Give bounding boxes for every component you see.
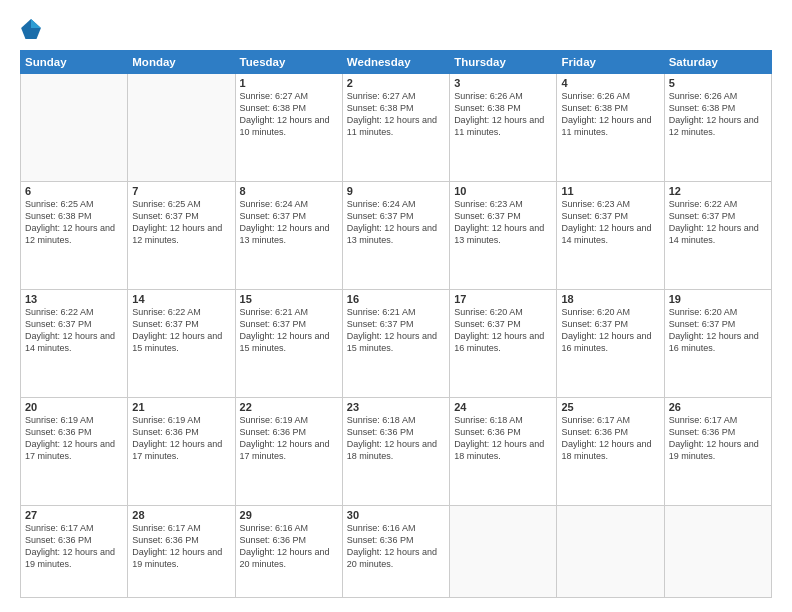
day-info: Sunrise: 6:18 AM Sunset: 6:36 PM Dayligh… xyxy=(454,414,552,463)
day-info: Sunrise: 6:20 AM Sunset: 6:37 PM Dayligh… xyxy=(561,306,659,355)
day-number: 9 xyxy=(347,185,445,197)
day-info: Sunrise: 6:18 AM Sunset: 6:36 PM Dayligh… xyxy=(347,414,445,463)
calendar-week-5: 27Sunrise: 6:17 AM Sunset: 6:36 PM Dayli… xyxy=(21,505,772,597)
calendar-cell: 15Sunrise: 6:21 AM Sunset: 6:37 PM Dayli… xyxy=(235,289,342,397)
day-info: Sunrise: 6:19 AM Sunset: 6:36 PM Dayligh… xyxy=(240,414,338,463)
calendar-week-4: 20Sunrise: 6:19 AM Sunset: 6:36 PM Dayli… xyxy=(21,397,772,505)
day-info: Sunrise: 6:25 AM Sunset: 6:38 PM Dayligh… xyxy=(25,198,123,247)
weekday-thursday: Thursday xyxy=(450,51,557,74)
header xyxy=(20,18,772,40)
calendar-cell: 12Sunrise: 6:22 AM Sunset: 6:37 PM Dayli… xyxy=(664,181,771,289)
logo-icon xyxy=(20,18,42,40)
day-info: Sunrise: 6:21 AM Sunset: 6:37 PM Dayligh… xyxy=(240,306,338,355)
day-info: Sunrise: 6:25 AM Sunset: 6:37 PM Dayligh… xyxy=(132,198,230,247)
calendar-cell: 16Sunrise: 6:21 AM Sunset: 6:37 PM Dayli… xyxy=(342,289,449,397)
day-number: 5 xyxy=(669,77,767,89)
calendar-cell: 4Sunrise: 6:26 AM Sunset: 6:38 PM Daylig… xyxy=(557,74,664,182)
calendar-cell: 21Sunrise: 6:19 AM Sunset: 6:36 PM Dayli… xyxy=(128,397,235,505)
day-info: Sunrise: 6:24 AM Sunset: 6:37 PM Dayligh… xyxy=(347,198,445,247)
day-number: 23 xyxy=(347,401,445,413)
day-number: 12 xyxy=(669,185,767,197)
calendar-cell: 23Sunrise: 6:18 AM Sunset: 6:36 PM Dayli… xyxy=(342,397,449,505)
logo xyxy=(20,18,44,40)
calendar-cell: 20Sunrise: 6:19 AM Sunset: 6:36 PM Dayli… xyxy=(21,397,128,505)
calendar-table: SundayMondayTuesdayWednesdayThursdayFrid… xyxy=(20,50,772,598)
day-number: 28 xyxy=(132,509,230,521)
day-info: Sunrise: 6:23 AM Sunset: 6:37 PM Dayligh… xyxy=(454,198,552,247)
weekday-header-row: SundayMondayTuesdayWednesdayThursdayFrid… xyxy=(21,51,772,74)
calendar-cell xyxy=(664,505,771,597)
day-number: 1 xyxy=(240,77,338,89)
day-info: Sunrise: 6:20 AM Sunset: 6:37 PM Dayligh… xyxy=(454,306,552,355)
day-number: 30 xyxy=(347,509,445,521)
day-number: 6 xyxy=(25,185,123,197)
calendar-cell: 5Sunrise: 6:26 AM Sunset: 6:38 PM Daylig… xyxy=(664,74,771,182)
calendar-cell: 28Sunrise: 6:17 AM Sunset: 6:36 PM Dayli… xyxy=(128,505,235,597)
day-number: 10 xyxy=(454,185,552,197)
calendar-cell: 9Sunrise: 6:24 AM Sunset: 6:37 PM Daylig… xyxy=(342,181,449,289)
day-number: 13 xyxy=(25,293,123,305)
calendar-cell xyxy=(21,74,128,182)
day-info: Sunrise: 6:26 AM Sunset: 6:38 PM Dayligh… xyxy=(454,90,552,139)
day-number: 22 xyxy=(240,401,338,413)
calendar-cell xyxy=(557,505,664,597)
weekday-tuesday: Tuesday xyxy=(235,51,342,74)
weekday-monday: Monday xyxy=(128,51,235,74)
calendar-cell: 7Sunrise: 6:25 AM Sunset: 6:37 PM Daylig… xyxy=(128,181,235,289)
day-number: 20 xyxy=(25,401,123,413)
weekday-wednesday: Wednesday xyxy=(342,51,449,74)
calendar-cell: 17Sunrise: 6:20 AM Sunset: 6:37 PM Dayli… xyxy=(450,289,557,397)
calendar-cell: 6Sunrise: 6:25 AM Sunset: 6:38 PM Daylig… xyxy=(21,181,128,289)
calendar-cell xyxy=(450,505,557,597)
day-number: 19 xyxy=(669,293,767,305)
calendar-cell: 10Sunrise: 6:23 AM Sunset: 6:37 PM Dayli… xyxy=(450,181,557,289)
day-info: Sunrise: 6:27 AM Sunset: 6:38 PM Dayligh… xyxy=(347,90,445,139)
calendar-cell xyxy=(128,74,235,182)
day-info: Sunrise: 6:17 AM Sunset: 6:36 PM Dayligh… xyxy=(561,414,659,463)
day-number: 29 xyxy=(240,509,338,521)
calendar-cell: 18Sunrise: 6:20 AM Sunset: 6:37 PM Dayli… xyxy=(557,289,664,397)
day-info: Sunrise: 6:17 AM Sunset: 6:36 PM Dayligh… xyxy=(132,522,230,571)
calendar-cell: 29Sunrise: 6:16 AM Sunset: 6:36 PM Dayli… xyxy=(235,505,342,597)
day-number: 8 xyxy=(240,185,338,197)
day-number: 18 xyxy=(561,293,659,305)
calendar-cell: 3Sunrise: 6:26 AM Sunset: 6:38 PM Daylig… xyxy=(450,74,557,182)
calendar-cell: 27Sunrise: 6:17 AM Sunset: 6:36 PM Dayli… xyxy=(21,505,128,597)
calendar-week-1: 1Sunrise: 6:27 AM Sunset: 6:38 PM Daylig… xyxy=(21,74,772,182)
calendar-cell: 14Sunrise: 6:22 AM Sunset: 6:37 PM Dayli… xyxy=(128,289,235,397)
calendar-cell: 1Sunrise: 6:27 AM Sunset: 6:38 PM Daylig… xyxy=(235,74,342,182)
day-number: 24 xyxy=(454,401,552,413)
day-number: 4 xyxy=(561,77,659,89)
calendar-cell: 30Sunrise: 6:16 AM Sunset: 6:36 PM Dayli… xyxy=(342,505,449,597)
day-info: Sunrise: 6:22 AM Sunset: 6:37 PM Dayligh… xyxy=(25,306,123,355)
page: SundayMondayTuesdayWednesdayThursdayFrid… xyxy=(0,0,792,612)
calendar-cell: 13Sunrise: 6:22 AM Sunset: 6:37 PM Dayli… xyxy=(21,289,128,397)
calendar-week-3: 13Sunrise: 6:22 AM Sunset: 6:37 PM Dayli… xyxy=(21,289,772,397)
day-info: Sunrise: 6:22 AM Sunset: 6:37 PM Dayligh… xyxy=(669,198,767,247)
day-number: 7 xyxy=(132,185,230,197)
calendar-week-2: 6Sunrise: 6:25 AM Sunset: 6:38 PM Daylig… xyxy=(21,181,772,289)
calendar-cell: 19Sunrise: 6:20 AM Sunset: 6:37 PM Dayli… xyxy=(664,289,771,397)
weekday-sunday: Sunday xyxy=(21,51,128,74)
day-info: Sunrise: 6:16 AM Sunset: 6:36 PM Dayligh… xyxy=(347,522,445,571)
weekday-friday: Friday xyxy=(557,51,664,74)
calendar-cell: 2Sunrise: 6:27 AM Sunset: 6:38 PM Daylig… xyxy=(342,74,449,182)
day-number: 11 xyxy=(561,185,659,197)
calendar-cell: 24Sunrise: 6:18 AM Sunset: 6:36 PM Dayli… xyxy=(450,397,557,505)
day-info: Sunrise: 6:24 AM Sunset: 6:37 PM Dayligh… xyxy=(240,198,338,247)
day-info: Sunrise: 6:20 AM Sunset: 6:37 PM Dayligh… xyxy=(669,306,767,355)
day-number: 2 xyxy=(347,77,445,89)
day-info: Sunrise: 6:17 AM Sunset: 6:36 PM Dayligh… xyxy=(669,414,767,463)
day-number: 3 xyxy=(454,77,552,89)
day-number: 26 xyxy=(669,401,767,413)
day-number: 17 xyxy=(454,293,552,305)
day-info: Sunrise: 6:26 AM Sunset: 6:38 PM Dayligh… xyxy=(669,90,767,139)
calendar-cell: 22Sunrise: 6:19 AM Sunset: 6:36 PM Dayli… xyxy=(235,397,342,505)
calendar-cell: 25Sunrise: 6:17 AM Sunset: 6:36 PM Dayli… xyxy=(557,397,664,505)
day-number: 15 xyxy=(240,293,338,305)
day-number: 21 xyxy=(132,401,230,413)
day-info: Sunrise: 6:17 AM Sunset: 6:36 PM Dayligh… xyxy=(25,522,123,571)
day-info: Sunrise: 6:22 AM Sunset: 6:37 PM Dayligh… xyxy=(132,306,230,355)
calendar-cell: 8Sunrise: 6:24 AM Sunset: 6:37 PM Daylig… xyxy=(235,181,342,289)
day-number: 27 xyxy=(25,509,123,521)
